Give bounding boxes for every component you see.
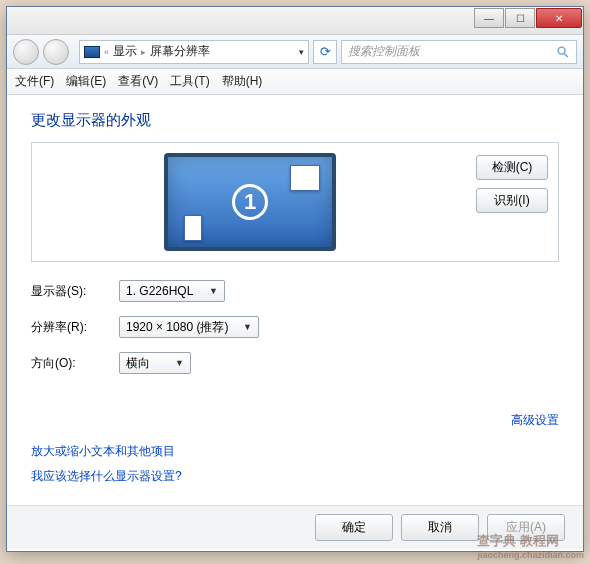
breadcrumb[interactable]: « 显示 ▸ 屏幕分辨率 ▾ — [79, 40, 309, 64]
orientation-value: 横向 — [126, 355, 150, 372]
navbar: « 显示 ▸ 屏幕分辨率 ▾ ⟳ 搜索控制面板 — [7, 35, 583, 69]
apply-button[interactable]: 应用(A) — [487, 514, 565, 541]
window: — ☐ ✕ « 显示 ▸ 屏幕分辨率 ▾ ⟳ 搜索控制面板 文件(F) 编辑(E… — [6, 6, 584, 552]
resolution-select[interactable]: 1920 × 1080 (推荐)▼ — [119, 316, 259, 338]
orientation-select[interactable]: 横向▼ — [119, 352, 191, 374]
monitor-label: 显示器(S): — [31, 283, 109, 300]
nav-back-button[interactable] — [13, 39, 39, 65]
control-panel-icon — [84, 46, 100, 58]
minimize-button[interactable]: — — [474, 8, 504, 28]
chevron-down-icon: ▼ — [243, 322, 252, 332]
window-thumb-icon — [184, 215, 202, 241]
menu-tools[interactable]: 工具(T) — [170, 73, 209, 90]
links-area: 高级设置 放大或缩小文本和其他项目 我应该选择什么显示器设置? — [31, 412, 559, 493]
search-placeholder: 搜索控制面板 — [348, 43, 420, 60]
menu-edit[interactable]: 编辑(E) — [66, 73, 106, 90]
search-input[interactable]: 搜索控制面板 — [341, 40, 577, 64]
svg-line-1 — [564, 53, 568, 57]
page-title: 更改显示器的外观 — [31, 111, 559, 130]
close-button[interactable]: ✕ — [536, 8, 582, 28]
monitor-thumbnail[interactable]: 1 — [164, 153, 336, 251]
monitor-number-badge: 1 — [232, 184, 268, 220]
identify-button[interactable]: 识别(I) — [476, 188, 548, 213]
resolution-label: 分辨率(R): — [31, 319, 109, 336]
refresh-icon: ⟳ — [320, 44, 331, 59]
menu-help[interactable]: 帮助(H) — [222, 73, 263, 90]
search-icon — [556, 45, 570, 59]
preview-buttons: 检测(C) 识别(I) — [476, 153, 548, 251]
breadcrumb-root[interactable]: 显示 — [113, 43, 137, 60]
display-preview-panel: 1 检测(C) 识别(I) — [31, 142, 559, 262]
refresh-button[interactable]: ⟳ — [313, 40, 337, 64]
titlebar: — ☐ ✕ — [7, 7, 583, 35]
monitor-select[interactable]: 1. G226HQL▼ — [119, 280, 225, 302]
monitor-value: 1. G226HQL — [126, 284, 193, 298]
svg-point-0 — [558, 47, 565, 54]
help-link[interactable]: 我应该选择什么显示器设置? — [31, 468, 559, 485]
detect-button[interactable]: 检测(C) — [476, 155, 548, 180]
settings-grid: 显示器(S): 1. G226HQL▼ 分辨率(R): 1920 × 1080 … — [31, 280, 559, 374]
orientation-label: 方向(O): — [31, 355, 109, 372]
menubar: 文件(F) 编辑(E) 查看(V) 工具(T) 帮助(H) — [7, 69, 583, 95]
chevron-down-icon[interactable]: ▾ — [299, 47, 304, 57]
ok-button[interactable]: 确定 — [315, 514, 393, 541]
content-area: 更改显示器的外观 1 检测(C) 识别(I) 显示器(S): 1. G226HQ… — [7, 95, 583, 505]
resolution-value: 1920 × 1080 (推荐) — [126, 319, 228, 336]
breadcrumb-current: 屏幕分辨率 — [150, 43, 210, 60]
cancel-button[interactable]: 取消 — [401, 514, 479, 541]
chevron-down-icon: ▼ — [209, 286, 218, 296]
chevron-down-icon: ▼ — [175, 358, 184, 368]
breadcrumb-back: « — [104, 47, 109, 57]
chevron-right-icon: ▸ — [141, 47, 146, 57]
window-thumb-icon — [290, 165, 320, 191]
footer: 确定 取消 应用(A) — [7, 505, 583, 549]
advanced-settings-link[interactable]: 高级设置 — [31, 412, 559, 429]
menu-file[interactable]: 文件(F) — [15, 73, 54, 90]
scale-text-link[interactable]: 放大或缩小文本和其他项目 — [31, 443, 559, 460]
display-preview[interactable]: 1 — [42, 153, 458, 251]
maximize-button[interactable]: ☐ — [505, 8, 535, 28]
menu-view[interactable]: 查看(V) — [118, 73, 158, 90]
nav-forward-button[interactable] — [43, 39, 69, 65]
